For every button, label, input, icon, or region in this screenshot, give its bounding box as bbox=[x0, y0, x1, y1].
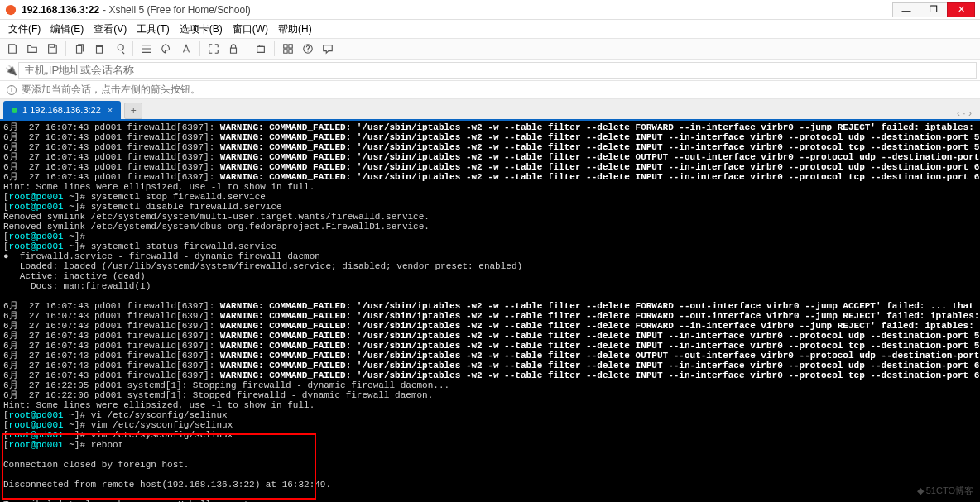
full-button[interactable] bbox=[204, 40, 223, 58]
terminal-line: 6月 27 16:07:43 pd001 firewalld[6397]: WA… bbox=[3, 351, 977, 361]
toolbar-separator bbox=[274, 41, 275, 56]
close-button[interactable]: ✕ bbox=[947, 2, 975, 17]
toolbar-separator bbox=[199, 41, 200, 56]
minimize-button[interactable]: — bbox=[892, 2, 920, 17]
toolbar-separator bbox=[132, 41, 133, 56]
terminal-line: 6月 27 16:22:06 pd001 systemd[1]: Stopped… bbox=[3, 390, 977, 400]
save-icon bbox=[46, 43, 58, 55]
open-icon bbox=[26, 43, 38, 55]
terminal-line: 6月 27 16:07:43 pd001 firewalld[6397]: WA… bbox=[3, 331, 977, 341]
brief-button[interactable] bbox=[252, 40, 270, 58]
colors-icon bbox=[161, 43, 172, 55]
terminal-line: 6月 27 16:07:43 pd001 firewalld[6397]: WA… bbox=[3, 361, 977, 371]
terminal-line: [root@pd001 ~]# reboot bbox=[3, 440, 977, 450]
menubar: 文件(F)编辑(E)查看(V)工具(T)选项卡(B)窗口(W)帮助(H) bbox=[0, 20, 980, 38]
tab-nav[interactable]: ‹ · › bbox=[957, 108, 977, 119]
terminal-line bbox=[3, 470, 977, 480]
terminal-line: Removed symlink /etc/systemd/system/dbus… bbox=[3, 222, 977, 232]
terminal-line: [root@pd001 ~]# vim /etc/sysconfig/selin… bbox=[3, 420, 977, 430]
terminal-line: 6月 27 16:07:43 pd001 firewalld[6397]: WA… bbox=[3, 132, 977, 142]
brief-icon bbox=[255, 43, 267, 55]
chat-icon bbox=[322, 43, 334, 55]
lock-button[interactable] bbox=[224, 40, 243, 58]
terminal-line: Hint: Some lines were ellipsized, use -l… bbox=[3, 182, 977, 192]
terminal-line: 6月 27 16:07:43 pd001 firewalld[6397]: WA… bbox=[3, 142, 977, 152]
terminal-line: Disconnected from remote host(192.168.13… bbox=[3, 480, 977, 490]
terminal-line: 6月 27 16:07:43 pd001 firewalld[6397]: WA… bbox=[3, 152, 977, 162]
copy-icon bbox=[74, 43, 85, 55]
menu-item[interactable]: 窗口(W) bbox=[228, 22, 273, 36]
props-button[interactable] bbox=[137, 40, 156, 58]
terminal-line: Loaded: loaded (/usr/lib/systemd/system/… bbox=[3, 261, 977, 271]
tab-close-icon[interactable]: × bbox=[108, 105, 113, 115]
menu-item[interactable]: 帮助(H) bbox=[273, 22, 317, 36]
terminal-line: [root@pd001 ~]# vi /etc/sysconfig/selinu… bbox=[3, 410, 977, 420]
font-icon bbox=[180, 43, 192, 55]
watermark: ◆ 51CTO博客 bbox=[917, 485, 973, 497]
terminal-line: Hint: Some lines were ellipsized, use -l… bbox=[3, 400, 977, 410]
terminal-line: 6月 27 16:07:43 pd001 firewalld[6397]: WA… bbox=[3, 341, 977, 351]
terminal-line: 6月 27 16:07:43 pd001 firewalld[6397]: WA… bbox=[3, 122, 977, 132]
terminal-line: [root@pd001 ~]# systemctl status firewal… bbox=[3, 241, 977, 251]
app-window: 192.168.136.3:22 - Xshell 5 (Free for Ho… bbox=[0, 0, 980, 502]
menu-item[interactable]: 选项卡(B) bbox=[175, 22, 228, 36]
help-icon bbox=[302, 43, 314, 55]
toolbar-separator bbox=[65, 41, 66, 56]
session-tabs: 1 192.168.136.3:22 × + ‹ · › bbox=[0, 99, 980, 119]
help-button[interactable] bbox=[299, 40, 317, 58]
svg-point-0 bbox=[6, 4, 16, 14]
full-icon bbox=[208, 43, 219, 55]
window-controls: — ❐ ✕ bbox=[893, 2, 975, 17]
terminal-line: 6月 27 16:07:43 pd001 firewalld[6397]: WA… bbox=[3, 301, 977, 311]
terminal-line: 6月 27 16:07:43 pd001 firewalld[6397]: WA… bbox=[3, 371, 977, 380]
host-input[interactable] bbox=[18, 62, 977, 79]
connect-icon[interactable]: 🔌 bbox=[3, 65, 18, 76]
props-icon bbox=[141, 43, 152, 55]
terminal-line: 6月 27 16:07:43 pd001 firewalld[6397]: WA… bbox=[3, 162, 977, 172]
find-icon bbox=[113, 43, 125, 55]
title-host: 192.168.136.3:22 bbox=[22, 4, 99, 16]
tile-button[interactable] bbox=[279, 40, 297, 58]
advisory-text: 要添加当前会话，点击左侧的箭头按钮。 bbox=[22, 83, 200, 97]
terminal-line: [root@pd001 ~]# vim /etc/sysconfig/selin… bbox=[3, 430, 977, 440]
colors-button[interactable] bbox=[157, 40, 175, 58]
new-icon bbox=[7, 43, 18, 55]
open-button[interactable] bbox=[23, 40, 41, 58]
terminal-line: ● firewalld.service - firewalld - dynami… bbox=[3, 251, 977, 261]
terminal-pane: 6月 27 16:07:43 pd001 firewalld[6397]: WA… bbox=[0, 119, 980, 502]
terminal-line: 6月 27 16:07:43 pd001 firewalld[6397]: WA… bbox=[3, 311, 977, 321]
find-button[interactable] bbox=[110, 40, 128, 58]
advisory-bar: i 要添加当前会话，点击左侧的箭头按钮。 bbox=[0, 81, 980, 99]
lock-icon bbox=[228, 43, 239, 55]
terminal-line: [root@pd001 ~]# bbox=[3, 232, 977, 241]
app-icon bbox=[5, 4, 17, 16]
save-button[interactable] bbox=[43, 40, 61, 58]
chat-button[interactable] bbox=[319, 40, 337, 58]
maximize-button[interactable]: ❐ bbox=[920, 2, 948, 17]
session-tab-1[interactable]: 1 192.168.136.3:22 × bbox=[3, 101, 121, 119]
info-icon: i bbox=[7, 85, 17, 95]
terminal-line: [root@pd001 ~]# systemctl stop firewalld… bbox=[3, 192, 977, 202]
terminal-line: 6月 27 16:07:43 pd001 firewalld[6397]: WA… bbox=[3, 321, 977, 331]
font-button[interactable] bbox=[177, 40, 195, 58]
new-button[interactable] bbox=[3, 40, 22, 58]
terminal-line: Removed symlink /etc/systemd/system/mult… bbox=[3, 212, 977, 222]
tile-icon bbox=[282, 43, 294, 55]
menu-item[interactable]: 文件(F) bbox=[3, 22, 46, 36]
terminal[interactable]: 6月 27 16:07:43 pd001 firewalld[6397]: WA… bbox=[0, 121, 980, 502]
toolbar-separator bbox=[247, 41, 247, 56]
terminal-line: 6月 27 16:22:05 pd001 systemd[1]: Stoppin… bbox=[3, 380, 977, 390]
copy-button[interactable] bbox=[70, 40, 89, 58]
paste-icon bbox=[94, 43, 105, 55]
terminal-line: Active: inactive (dead) bbox=[3, 271, 977, 281]
menu-item[interactable]: 工具(T) bbox=[132, 22, 174, 36]
paste-button[interactable] bbox=[90, 40, 108, 58]
title-app: - Xshell 5 (Free for Home/School) bbox=[103, 4, 251, 16]
terminal-line bbox=[3, 490, 977, 500]
terminal-line: Docs: man:firewalld(1) bbox=[3, 281, 977, 291]
add-tab-button[interactable]: + bbox=[124, 103, 142, 119]
menu-item[interactable]: 查看(V) bbox=[89, 22, 132, 36]
status-dot-icon bbox=[12, 108, 17, 113]
titlebar: 192.168.136.3:22 - Xshell 5 (Free for Ho… bbox=[0, 0, 980, 20]
menu-item[interactable]: 编辑(E) bbox=[46, 22, 89, 36]
